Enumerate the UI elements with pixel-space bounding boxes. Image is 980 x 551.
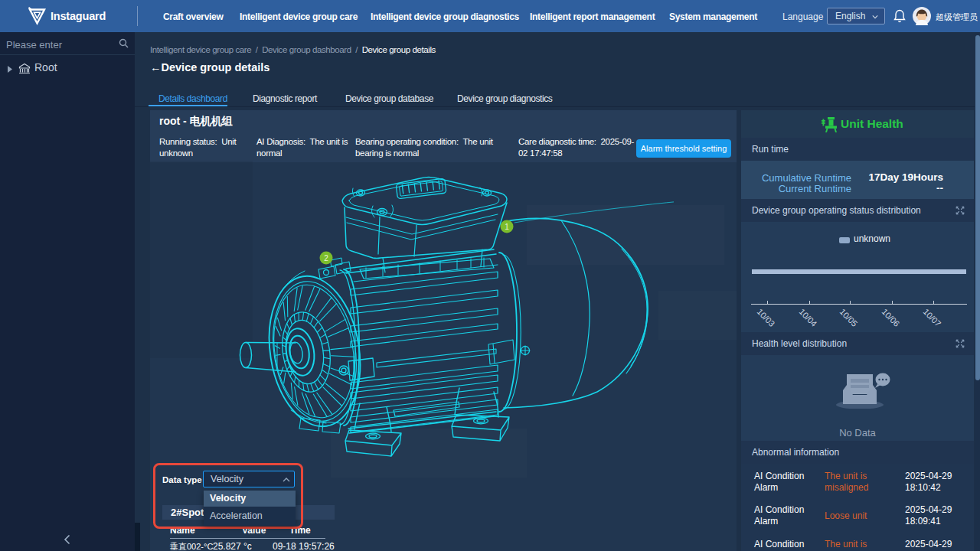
svg-text:2: 2 [324, 254, 328, 262]
svg-text:1: 1 [505, 223, 509, 231]
